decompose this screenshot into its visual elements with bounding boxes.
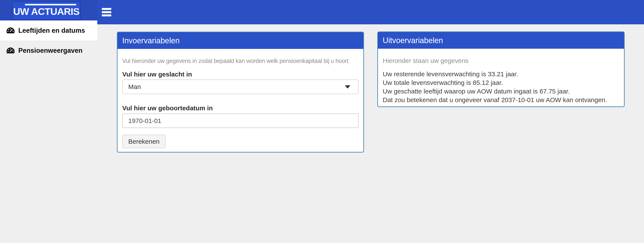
input-panel-description: Vul hieronder uw gegevens in zodat bepaa… xyxy=(122,57,358,65)
chevron-down-icon xyxy=(345,85,350,89)
output-panel-body: Hieronder staan uw gegevens Uw resterend… xyxy=(378,49,624,104)
output-line-aow-age: Uw geschatte leeftijd waarop uw AOW datu… xyxy=(383,87,619,96)
logo-link[interactable]: UW ACTUARIS xyxy=(0,0,97,21)
birthdate-label: Vul hier uw geboortedatum in xyxy=(122,104,358,112)
sidebar-item-label: Leeftijden en datums xyxy=(18,27,85,35)
sidebar: Leeftijden en datums Pensioenweergaven xyxy=(0,21,97,61)
dashboard-gauge-icon xyxy=(6,27,15,35)
output-line-total-life-expectancy: Uw totale levensverwachting is 85.12 jaa… xyxy=(383,78,619,87)
output-panel-description: Hieronder staan uw gegevens xyxy=(383,57,619,65)
gender-select-value: Man xyxy=(128,83,141,91)
input-panel-title: Invoervariabelen xyxy=(122,36,180,45)
sidebar-toggle-button[interactable] xyxy=(102,8,112,17)
output-results: Uw resterende levensverwachting is 33.21… xyxy=(383,70,619,104)
output-panel-title: Uitvoervariabelen xyxy=(383,36,443,45)
birthdate-input[interactable] xyxy=(122,114,358,128)
hamburger-icon xyxy=(102,8,112,16)
output-panel: Uitvoervariabelen Hieronder staan uw geg… xyxy=(377,32,625,107)
output-panel-header: Uitvoervariabelen xyxy=(378,32,624,49)
sidebar-item-pensioenweergaven[interactable]: Pensioenweergaven xyxy=(0,41,97,61)
uw-actuaris-logo: UW ACTUARIS xyxy=(12,1,80,20)
sidebar-item-leeftijden-en-datums[interactable]: Leeftijden en datums xyxy=(0,21,97,41)
sidebar-item-label: Pensioenweergaven xyxy=(18,47,82,55)
logo-text: UW ACTUARIS xyxy=(12,7,80,16)
gender-select[interactable]: Man xyxy=(122,80,358,94)
dashboard-gauge-icon xyxy=(6,47,15,55)
calculate-button[interactable]: Berekenen xyxy=(122,135,166,148)
logo-overline xyxy=(25,4,76,6)
input-panel: Invoervariabelen Vul hieronder uw gegeve… xyxy=(117,32,364,152)
gender-label: Vul hier uw geslacht in xyxy=(122,70,358,78)
output-line-aow-date: Dat zou betekenen dat u ongeveer vanaf 2… xyxy=(383,96,619,104)
input-panel-body: Vul hieronder uw gegevens in zodat bepaa… xyxy=(118,49,363,148)
output-line-remaining-life-expectancy: Uw resterende levensverwachting is 33.21… xyxy=(383,70,619,78)
input-panel-header: Invoervariabelen xyxy=(118,32,363,49)
